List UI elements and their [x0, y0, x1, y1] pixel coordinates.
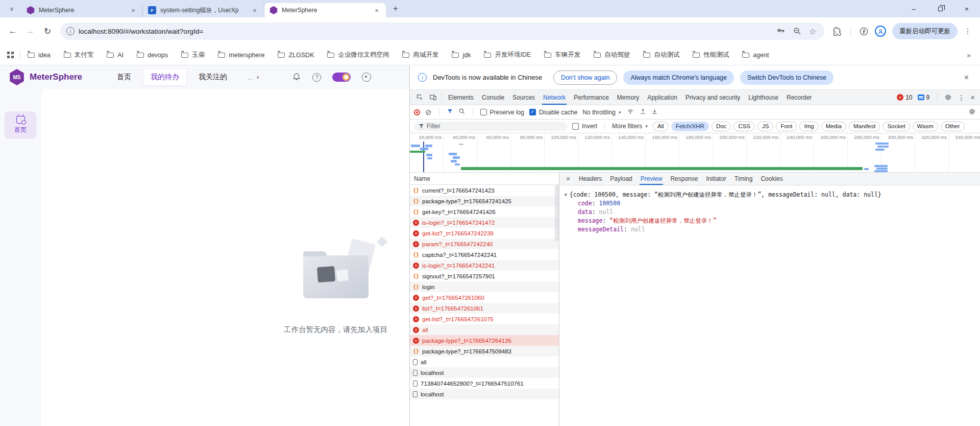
request-type-pill[interactable]: Fetch/XHR	[671, 122, 709, 131]
request-row[interactable]: {} × signout?_t=1766547257901	[410, 271, 559, 281]
request-row[interactable]: {} × get-list?_t=1766547242239	[410, 228, 559, 239]
request-row[interactable]: {} × get?_t=1766547261060	[410, 292, 559, 303]
zoom-icon[interactable]	[793, 27, 802, 36]
record-network-log-icon[interactable]	[414, 109, 420, 115]
devtools-tab[interactable]: Privacy and security	[681, 90, 744, 105]
browser-tab[interactable]: F system-setting模块，UserXp ×	[143, 3, 264, 17]
export-har-icon[interactable]	[651, 108, 658, 116]
json-property[interactable]: code: 100500	[578, 199, 977, 208]
request-row[interactable]: {} × 713840744652800?_t=1766547510761	[410, 378, 559, 389]
request-row[interactable]: {} × captcha?_t=1766547242241	[410, 249, 559, 260]
bookmark-folder[interactable]: 车辆开发	[544, 51, 580, 59]
back-button[interactable]: ←	[5, 23, 20, 39]
request-type-pill[interactable]: All	[653, 122, 669, 131]
request-row[interactable]: {} × list?_t=1766547261061	[410, 303, 559, 314]
json-property[interactable]: messageDetail: null	[578, 225, 977, 234]
invert-checkbox[interactable]: Invert	[572, 123, 597, 130]
dont-show-again-button[interactable]: Don't show again	[553, 70, 618, 85]
bookmark-folder[interactable]: 自动测试	[643, 51, 679, 59]
profile-avatar-icon[interactable]	[875, 26, 886, 37]
json-property[interactable]: message: “检测到用户创建途径异常，禁止登录！”	[578, 217, 977, 225]
clear-network-log-icon[interactable]: ⊘	[425, 108, 432, 116]
bookmark-folder[interactable]: agent	[742, 52, 769, 59]
new-tab-button[interactable]: +	[389, 2, 402, 15]
request-row[interactable]: {} × all	[410, 324, 559, 335]
request-row[interactable]: {} × all	[410, 357, 559, 367]
app-nav-more[interactable]: ...∨	[248, 74, 259, 81]
request-row[interactable]: {} × get-key?_t=1766547241426	[410, 206, 559, 217]
request-row[interactable]: {} × param?_t=1766547242240	[410, 239, 559, 249]
banner-close-icon[interactable]: ×	[961, 73, 972, 82]
bookmark-folder[interactable]: 企业微信文档空间	[327, 51, 389, 59]
browser-menu-icon[interactable]: ⋮	[964, 27, 972, 35]
request-type-pill[interactable]: CSS	[733, 122, 755, 131]
detail-tab[interactable]: Payload	[606, 173, 636, 185]
request-type-pill[interactable]: Img	[799, 122, 818, 131]
bookmark-folder[interactable]: ZLGSDK	[278, 52, 314, 59]
device-toolbar-icon[interactable]	[426, 90, 439, 105]
request-row[interactable]: {} × get-list?_t=1766547261075	[410, 314, 559, 324]
search-network-icon[interactable]	[458, 108, 465, 116]
console-messages-badge[interactable]: 9	[918, 94, 930, 101]
window-close-button[interactable]: ×	[953, 0, 980, 17]
browser-tab[interactable]: F MeterSphere ×	[21, 3, 143, 17]
bookmark-star-icon[interactable]: ☆	[809, 27, 816, 36]
bookmark-folder[interactable]: 支付宝	[64, 51, 94, 59]
request-row[interactable]: {} × package-type?_t=1766547241425	[410, 196, 559, 206]
bookmark-folder[interactable]: jdk	[452, 52, 471, 59]
devtools-settings-gear-icon[interactable]	[944, 93, 952, 101]
devtools-tab[interactable]: Performance	[570, 90, 613, 105]
expand-triangle-icon[interactable]: ▼	[565, 193, 567, 197]
json-summary-line[interactable]: ▼{code: 100500, message: “检测到用户创建途径异常，禁止…	[565, 191, 977, 199]
detail-tab[interactable]: Timing	[730, 173, 757, 185]
filter-funnel-icon[interactable]	[447, 108, 453, 116]
bookmark-folder[interactable]: 性能测试	[693, 51, 729, 59]
devtools-tab[interactable]: Recorder	[782, 90, 816, 105]
bookmark-folder[interactable]: metersphere	[218, 52, 264, 59]
app-nav-item[interactable]: 首页	[110, 69, 138, 85]
tab-close-icon[interactable]: ×	[373, 6, 381, 14]
request-type-pill[interactable]: Manifest	[849, 122, 880, 131]
devtools-tab[interactable]: Application	[643, 90, 681, 105]
bookmark-folder[interactable]: 开发环境IDE	[484, 51, 531, 59]
bookmark-folder[interactable]: AI	[107, 52, 124, 59]
reload-button[interactable]: ↻	[40, 23, 55, 39]
omnibox[interactable]: i localhost:8090/#/workstation/wait?orgI…	[60, 22, 824, 40]
network-settings-gear-icon[interactable]	[968, 108, 976, 117]
detail-tab[interactable]: Headers	[575, 173, 606, 185]
app-nav-item[interactable]: 我关注的	[191, 69, 234, 85]
request-type-pill[interactable]: Font	[776, 122, 797, 131]
detail-tab[interactable]: Initiator	[702, 173, 730, 185]
tab-close-icon[interactable]: ×	[129, 6, 137, 14]
request-table-header[interactable]: Name	[410, 173, 559, 185]
inspect-element-icon[interactable]	[413, 90, 426, 105]
detail-tab[interactable]: Preview	[636, 173, 667, 185]
request-type-pill[interactable]: Wasm	[913, 122, 938, 131]
request-row[interactable]: {} × current?_t=1766547241423	[410, 185, 559, 196]
request-type-pill[interactable]: Media	[821, 122, 846, 131]
request-type-pill[interactable]: Doc	[712, 122, 731, 131]
devtools-tab[interactable]: Network	[539, 90, 570, 105]
bookmarks-overflow-icon[interactable]: »	[965, 51, 973, 59]
network-conditions-icon[interactable]	[626, 108, 634, 116]
assistant-icon[interactable]	[362, 73, 371, 82]
preserve-log-checkbox[interactable]: Preserve log	[480, 109, 524, 116]
window-minimize-button[interactable]: –	[900, 0, 927, 17]
request-type-pill[interactable]: Socket	[883, 122, 910, 131]
restart-update-button[interactable]: 重新启动即可更新	[892, 23, 958, 39]
devtools-tab[interactable]: Elements	[444, 90, 478, 105]
url-text[interactable]: localhost:8090/#/workstation/wait?orgId=	[79, 28, 772, 35]
notification-bell-icon[interactable]	[292, 73, 301, 82]
switch-to-chinese-button[interactable]: Switch DevTools to Chinese	[740, 70, 834, 85]
bookmark-folder[interactable]: 商城开发	[402, 51, 438, 59]
disable-cache-checkbox[interactable]: Disable cache	[529, 109, 577, 116]
window-restore-button[interactable]	[927, 0, 953, 17]
devtools-tab[interactable]: Sources	[508, 90, 539, 105]
request-row[interactable]: {} × localhost	[410, 367, 559, 378]
forward-button[interactable]: →	[22, 23, 38, 39]
tab-close-icon[interactable]: ×	[251, 6, 259, 14]
help-icon[interactable]: ?	[312, 73, 321, 82]
devtools-tab[interactable]: Memory	[613, 90, 643, 105]
password-key-icon[interactable]	[776, 27, 786, 36]
devtools-tab[interactable]: Lighthouse	[744, 90, 782, 105]
